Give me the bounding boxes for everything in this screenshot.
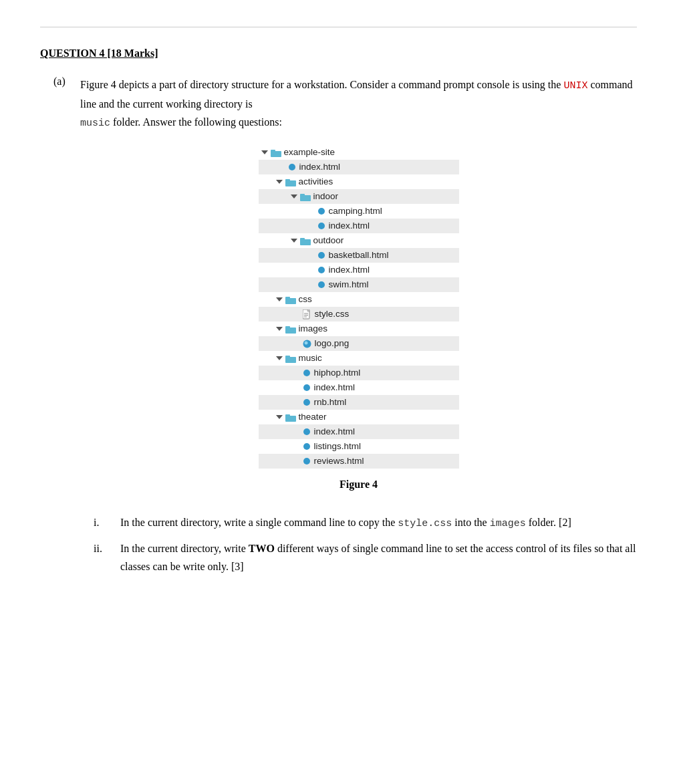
question-heading: QUESTION 4 [18 Marks] <box>40 47 637 59</box>
tree-row: basketball.html <box>259 248 459 263</box>
folder-icon <box>285 413 296 422</box>
part-a: (a) Figure 4 depicts a part of directory… <box>40 76 637 582</box>
subq-i: i. In the current directory, write a sin… <box>94 513 637 533</box>
folder-icon <box>285 295 296 304</box>
tree-item-label: theater <box>299 410 327 425</box>
top-divider <box>40 27 637 27</box>
tree-item-label: activities <box>299 174 333 190</box>
tree-item-label: index.html <box>329 263 370 278</box>
tree-row: camping.html <box>259 204 459 219</box>
subq-i-label: i. <box>94 513 120 533</box>
tree-row: hiphop.html <box>259 366 459 380</box>
html-file-icon <box>303 384 311 392</box>
folder-icon <box>300 192 311 201</box>
svg-point-13 <box>318 281 325 288</box>
subq-i-text-before: In the current directory, write a single… <box>120 517 395 528</box>
html-file-icon <box>317 222 325 230</box>
tree-item-label: indoor <box>313 189 339 205</box>
tree-item-label: reviews.html <box>314 454 364 469</box>
svg-point-8 <box>318 223 325 229</box>
chevron-down-icon <box>276 356 283 360</box>
tree-row: index.html <box>259 424 459 439</box>
html-file-icon <box>288 163 296 171</box>
tree-item-label: index.html <box>299 160 341 175</box>
tree-item-label: index.html <box>329 219 370 234</box>
svg-point-7 <box>318 208 325 215</box>
chevron-down-icon <box>291 239 297 243</box>
tree-row: index.html <box>259 160 459 174</box>
tree-row: listings.html <box>259 439 459 454</box>
subq-ii-label: ii. <box>94 539 120 575</box>
subq-i-code1: style.css <box>398 518 452 529</box>
png-file-icon <box>303 340 311 348</box>
tree-item-label: example-site <box>284 145 335 160</box>
tree-item-label: logo.png <box>315 336 350 352</box>
html-file-icon <box>303 398 311 406</box>
html-file-icon <box>303 369 311 377</box>
tree-row: index.html <box>259 219 459 233</box>
tree-row: css <box>259 292 459 307</box>
tree-item-label: rnb.html <box>314 395 347 410</box>
text-end: folder. Answer the following questions: <box>113 116 282 128</box>
svg-rect-6 <box>300 194 305 197</box>
svg-point-28 <box>303 384 310 391</box>
tree-item-label: index.html <box>314 380 356 396</box>
subq-ii-bold: TWO <box>249 543 275 554</box>
html-file-icon <box>317 281 325 289</box>
folder-icon <box>285 354 296 363</box>
html-file-icon <box>317 251 325 259</box>
tree-item-label: index.html <box>314 424 356 440</box>
music-code: music <box>80 118 110 129</box>
svg-point-29 <box>303 399 310 406</box>
chevron-down-icon <box>276 297 283 301</box>
chevron-down-icon <box>276 415 283 419</box>
tree-row: example-site <box>259 145 459 160</box>
svg-point-32 <box>303 428 310 435</box>
tree-item-label: style.css <box>315 307 350 322</box>
tree-row: activities <box>259 174 459 189</box>
html-file-icon <box>303 442 311 450</box>
tree-row: rnb.html <box>259 395 459 410</box>
tree-row: swim.html <box>259 277 459 292</box>
tree-row: images <box>259 321 459 336</box>
text-before-unix: Figure 4 depicts a part of directory str… <box>80 79 561 90</box>
svg-point-27 <box>303 370 310 376</box>
svg-point-24 <box>304 341 307 344</box>
tree-item-label: music <box>299 351 322 366</box>
folder-icon <box>300 237 311 245</box>
chevron-down-icon <box>276 180 283 184</box>
svg-rect-4 <box>285 179 290 182</box>
tree-item-label: listings.html <box>314 439 362 454</box>
tree-row: indoor <box>259 189 459 204</box>
directory-tree: example-siteindex.html activities indoor… <box>259 145 459 469</box>
svg-rect-31 <box>285 414 290 417</box>
tree-item-label: camping.html <box>329 204 382 219</box>
svg-point-2 <box>289 164 295 170</box>
svg-point-11 <box>318 252 325 259</box>
tree-row: index.html <box>259 380 459 395</box>
tree-row: outdoor <box>259 233 459 248</box>
part-a-content: Figure 4 depicts a part of directory str… <box>80 76 637 582</box>
tree-row: music <box>259 351 459 366</box>
tree-row: style.css <box>259 307 459 321</box>
tree-item-label: hiphop.html <box>314 366 361 381</box>
part-a-text: Figure 4 depicts a part of directory str… <box>80 76 637 132</box>
folder-icon <box>271 148 281 157</box>
subq-ii-text-before: In the current directory, write <box>120 543 246 554</box>
chevron-down-icon <box>261 150 268 154</box>
html-file-icon <box>303 428 311 436</box>
svg-rect-15 <box>285 297 290 299</box>
svg-rect-10 <box>300 238 305 241</box>
html-file-icon <box>303 457 311 465</box>
subquestions: i. In the current directory, write a sin… <box>80 513 637 575</box>
subq-ii: ii. In the current directory, write TWO … <box>94 539 637 575</box>
svg-point-12 <box>318 267 325 273</box>
css-file-icon <box>303 309 311 319</box>
tree-item-label: images <box>299 321 328 337</box>
html-file-icon <box>317 207 325 215</box>
part-a-label: (a) <box>53 76 80 582</box>
svg-rect-22 <box>285 326 290 329</box>
folder-icon <box>285 325 296 334</box>
subq-i-code2: images <box>490 518 526 529</box>
subq-ii-content: In the current directory, write TWO diff… <box>120 539 637 575</box>
